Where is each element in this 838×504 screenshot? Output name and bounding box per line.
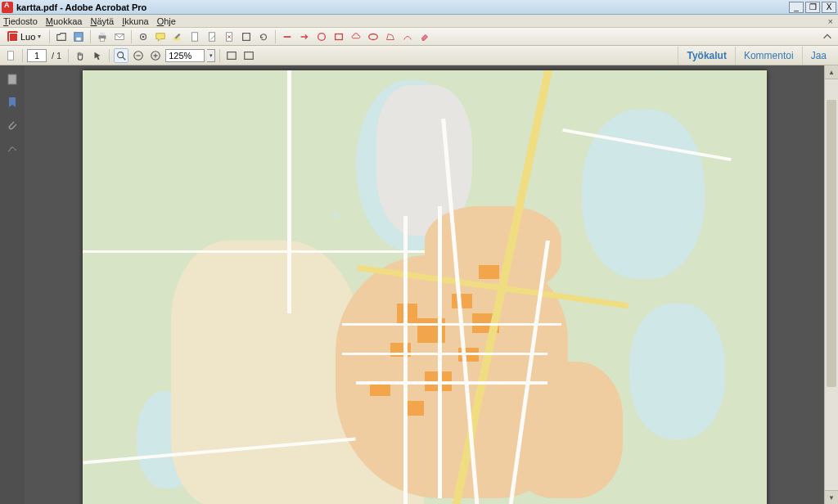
scroll-up-button[interactable]: ▲ xyxy=(825,65,838,79)
create-icon xyxy=(7,31,18,42)
separator xyxy=(22,49,23,62)
fullscreen-button[interactable] xyxy=(241,48,256,63)
svg-point-18 xyxy=(118,52,124,57)
thumbnails-panel-button[interactable] xyxy=(5,72,20,87)
cloud-tool-button[interactable] xyxy=(349,29,363,44)
highlight-button[interactable] xyxy=(170,29,185,44)
comment-link[interactable]: Kommentoi xyxy=(735,47,802,65)
separator xyxy=(109,49,110,62)
show-pages-button[interactable] xyxy=(3,48,18,63)
scroll-down-button[interactable]: ▼ xyxy=(825,490,838,504)
svg-rect-12 xyxy=(243,33,250,40)
menu-edit[interactable]: Muokkaa xyxy=(46,16,83,26)
circle-tool-button[interactable] xyxy=(314,29,329,44)
pdf-page xyxy=(83,70,767,504)
navigation-toolbar: / 1 125% ▾ Työkalut Kommentoi Jaa xyxy=(0,46,838,65)
bookmarks-panel-button[interactable] xyxy=(5,95,20,110)
create-label: Luo xyxy=(20,32,35,42)
zoom-marquee-button[interactable] xyxy=(114,48,128,63)
vertical-scrollbar[interactable]: ▲ ▼ xyxy=(824,65,838,504)
pencil-tool-button[interactable] xyxy=(400,29,415,44)
line-tool-button[interactable] xyxy=(280,29,295,44)
share-link[interactable]: Jaa xyxy=(802,47,835,65)
zoom-out-button[interactable] xyxy=(131,48,146,63)
attachments-panel-button[interactable] xyxy=(5,118,20,133)
page-number-input[interactable] xyxy=(27,49,47,62)
svg-rect-1 xyxy=(77,37,81,40)
page-total-label: / 1 xyxy=(52,51,61,61)
create-button[interactable]: Luo ▾ xyxy=(3,29,45,44)
create-caret-icon: ▾ xyxy=(38,33,41,40)
main-toolbar: Luo ▾ xyxy=(0,28,838,46)
menu-file[interactable]: Tiedosto xyxy=(3,16,38,26)
separator xyxy=(68,49,69,62)
polygon-tool-button[interactable] xyxy=(383,29,398,44)
zoom-in-button[interactable] xyxy=(148,48,163,63)
window-titlebar: kartta.pdf - Adobe Acrobat Pro _ ❐ X xyxy=(0,0,838,15)
svg-rect-4 xyxy=(101,38,105,41)
hand-tool-button[interactable] xyxy=(73,48,88,63)
svg-rect-26 xyxy=(245,52,254,59)
tools-link[interactable]: Työkalut xyxy=(678,47,734,65)
note-button[interactable] xyxy=(153,29,168,44)
svg-point-16 xyxy=(369,34,378,39)
open-button[interactable] xyxy=(54,29,69,44)
menu-help[interactable]: Ohje xyxy=(157,16,176,26)
app-icon xyxy=(2,2,13,13)
separator xyxy=(131,30,132,43)
close-button[interactable]: X xyxy=(822,2,836,13)
save-button[interactable] xyxy=(71,29,86,44)
menu-window[interactable]: Ikkuna xyxy=(122,16,148,26)
svg-rect-3 xyxy=(101,32,105,35)
scroll-thumb[interactable] xyxy=(827,100,836,387)
svg-rect-27 xyxy=(8,74,16,84)
print-button[interactable] xyxy=(95,29,110,44)
expand-tools-button[interactable] xyxy=(820,29,835,44)
eraser-tool-button[interactable] xyxy=(417,29,432,44)
maximize-button[interactable]: ❐ xyxy=(805,2,820,13)
page-delete-button[interactable] xyxy=(222,29,237,44)
read-mode-button[interactable] xyxy=(224,48,239,63)
svg-point-7 xyxy=(142,35,145,38)
map-content xyxy=(83,70,767,504)
rect-tool-button[interactable] xyxy=(331,29,346,44)
menu-view[interactable]: Näytä xyxy=(90,16,114,26)
select-tool-button[interactable] xyxy=(90,48,105,63)
separator xyxy=(90,30,91,43)
ellipse-tool-button[interactable] xyxy=(366,29,381,44)
svg-rect-15 xyxy=(336,34,343,39)
svg-rect-10 xyxy=(210,32,215,41)
separator xyxy=(219,49,220,62)
zoom-value-field[interactable]: 125% xyxy=(165,49,205,62)
signatures-panel-button[interactable] xyxy=(5,141,20,155)
arrow-tool-button[interactable] xyxy=(297,29,312,44)
zoom-dropdown-button[interactable]: ▾ xyxy=(207,49,215,62)
svg-point-14 xyxy=(318,33,326,40)
svg-line-19 xyxy=(123,56,126,60)
scroll-track[interactable] xyxy=(825,79,838,490)
svg-rect-17 xyxy=(8,51,14,60)
main-area: ▲ ▼ xyxy=(0,65,838,504)
window-title: kartta.pdf - Adobe Acrobat Pro xyxy=(16,2,787,12)
rotate-button[interactable] xyxy=(256,29,271,44)
page-edit-button[interactable] xyxy=(205,29,219,44)
svg-rect-25 xyxy=(228,52,237,59)
side-panel xyxy=(0,65,25,504)
svg-rect-9 xyxy=(192,32,198,41)
document-viewport[interactable] xyxy=(25,65,824,504)
email-button[interactable] xyxy=(112,29,127,44)
settings-button[interactable] xyxy=(136,29,151,44)
minimize-button[interactable]: _ xyxy=(789,2,804,13)
document-close-button[interactable]: × xyxy=(827,16,835,26)
page-button[interactable] xyxy=(187,29,202,44)
separator xyxy=(49,30,50,43)
menu-bar: Tiedosto Muokkaa Näytä Ikkuna Ohje × xyxy=(0,15,838,28)
crop-button[interactable] xyxy=(239,29,254,44)
separator xyxy=(275,30,276,43)
